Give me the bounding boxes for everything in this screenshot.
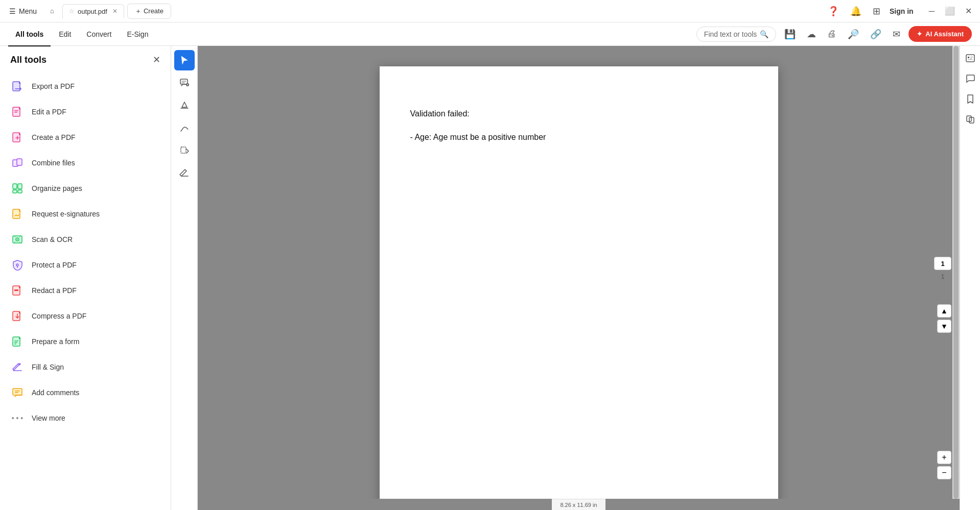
svg-rect-0: [13, 82, 20, 91]
svg-rect-19: [13, 337, 20, 346]
title-bar-left: ☰ Menu ⌂ ☆ output.pdf ✕ ＋ Create: [4, 4, 171, 19]
sidebar-item-compress[interactable]: Compress a PDF: [0, 303, 171, 329]
help-button[interactable]: ❓: [826, 4, 841, 19]
ai-assistant-button[interactable]: ✦ AI Assistant: [908, 26, 972, 42]
sidebar-item-viewmore[interactable]: • • • View more: [0, 405, 171, 431]
sidebar-item-organize[interactable]: Organize pages: [0, 176, 171, 201]
create-button[interactable]: ＋ Create: [127, 4, 171, 19]
minimize-button[interactable]: ─: [925, 4, 939, 18]
review-button[interactable]: 🔎: [845, 27, 862, 42]
search-placeholder: Find text or tools: [704, 30, 757, 38]
bookmarks-panel-button[interactable]: [962, 91, 978, 107]
comment-tool-button[interactable]: [174, 72, 195, 93]
svg-rect-29: [966, 55, 974, 62]
right-panel: [960, 46, 980, 510]
select-tool-button[interactable]: [174, 50, 195, 70]
sidebar-header: All tools ✕: [0, 54, 171, 74]
link-button[interactable]: 🔗: [867, 27, 884, 42]
current-page-box: 1: [934, 257, 951, 270]
svg-rect-9: [13, 190, 17, 193]
page-up-button[interactable]: ▲: [937, 304, 951, 318]
home-button[interactable]: ⌂: [45, 4, 59, 18]
nav-esign-label: E-Sign: [127, 30, 148, 38]
print-button[interactable]: 🖨: [824, 27, 839, 41]
svg-rect-30: [968, 57, 969, 58]
print-icon: 🖨: [827, 29, 836, 39]
scrollbar-track[interactable]: [952, 46, 960, 499]
nav-all-tools[interactable]: All tools: [8, 26, 51, 42]
svg-rect-31: [970, 57, 973, 58]
title-bar: ☰ Menu ⌂ ☆ output.pdf ✕ ＋ Create ❓ 🔔 ⊞: [0, 0, 980, 22]
notifications-button[interactable]: 🔔: [848, 4, 864, 19]
sidebar-item-comments[interactable]: Add comments: [0, 380, 171, 405]
save-icon: 💾: [784, 29, 796, 39]
protect-icon: [10, 258, 25, 272]
page-indicator-area: 1 1: [934, 257, 951, 280]
sidebar-item-protect[interactable]: Protect a PDF: [0, 252, 171, 278]
share-button[interactable]: ✉: [890, 27, 903, 42]
sign-in-button[interactable]: Sign in: [890, 7, 914, 15]
page-down-button[interactable]: ▼: [937, 320, 951, 333]
sidebar-item-redact[interactable]: Redact a PDF: [0, 278, 171, 303]
pages-panel-button[interactable]: [962, 111, 978, 128]
apps-button[interactable]: ⊞: [871, 4, 882, 19]
sidebar-item-export[interactable]: Export a PDF: [0, 74, 171, 99]
create-pdf-icon: [10, 130, 25, 144]
nav-convert[interactable]: Convert: [79, 26, 119, 42]
sidebar-item-create[interactable]: Create a PDF: [0, 125, 171, 150]
pdf-dimensions: 8.26 x 11.69 in: [560, 502, 597, 508]
sidebar-item-request[interactable]: Request e-signatures: [0, 201, 171, 227]
comments-panel-button[interactable]: [962, 70, 978, 87]
menu-button[interactable]: ☰ Menu: [4, 5, 42, 17]
ai-icon: ✦: [917, 30, 922, 38]
scan-label: Scan & OCR: [32, 235, 73, 244]
sidebar-item-edit[interactable]: Edit a PDF: [0, 99, 171, 125]
zoom-in-button[interactable]: +: [937, 451, 951, 464]
properties-panel-button[interactable]: [962, 50, 978, 66]
hamburger-icon: ☰: [9, 7, 16, 15]
tab-area: ☆ output.pdf ✕: [62, 4, 124, 18]
freehand-tool-button[interactable]: [174, 117, 195, 138]
tab-star-icon: ☆: [69, 8, 75, 15]
compress-icon: [10, 309, 25, 323]
sidebar-item-prepare[interactable]: Prepare a form: [0, 329, 171, 354]
create-label: Create: [144, 7, 164, 15]
save-button[interactable]: 💾: [781, 27, 799, 42]
svg-rect-28: [181, 147, 186, 153]
nav-edit[interactable]: Edit: [52, 26, 78, 42]
total-pages-label: 1: [941, 273, 945, 280]
combine-icon: [10, 156, 25, 170]
search-box[interactable]: Find text or tools 🔍: [696, 27, 777, 42]
sidebar-item-scan[interactable]: Scan & OCR: [0, 227, 171, 252]
redact-icon: [10, 283, 25, 298]
nav-esign[interactable]: E-Sign: [120, 26, 155, 42]
zoom-out-button[interactable]: −: [937, 466, 951, 479]
ai-assistant-label: AI Assistant: [925, 30, 964, 38]
svg-rect-25: [15, 392, 18, 393]
sidebar-item-fill[interactable]: Fill & Sign: [0, 354, 171, 380]
svg-rect-18: [13, 311, 20, 321]
svg-rect-11: [13, 209, 20, 218]
upload-button[interactable]: ☁: [804, 27, 819, 42]
eraser-tool-button[interactable]: [174, 162, 195, 183]
sidebar-item-combine[interactable]: Combine files: [0, 150, 171, 176]
pdf-line-2: - Age: Age must be a positive number: [410, 131, 748, 144]
zoom-controls: + −: [937, 451, 951, 479]
apps-icon: ⊞: [873, 6, 880, 16]
search-icon: 🔍: [760, 30, 768, 38]
svg-rect-4: [13, 133, 20, 142]
scrollbar-thumb[interactable]: [953, 46, 959, 499]
highlight-tool-button[interactable]: [174, 95, 195, 115]
svg-rect-8: [18, 184, 22, 189]
close-window-button[interactable]: ✕: [961, 4, 976, 18]
tab-close-icon[interactable]: ✕: [112, 8, 118, 15]
prepare-label: Prepare a form: [32, 337, 79, 346]
sidebar-close-button[interactable]: ✕: [153, 54, 160, 65]
bell-icon: 🔔: [850, 6, 861, 16]
select-text-tool-button[interactable]: [174, 140, 195, 160]
svg-rect-2: [14, 110, 18, 111]
maximize-button[interactable]: ⬜: [941, 4, 959, 18]
pdf-page-container[interactable]: Validation failed: - Age: Age must be a …: [198, 46, 960, 499]
pdf-tab[interactable]: ☆ output.pdf ✕: [62, 4, 124, 18]
fill-label: Fill & Sign: [32, 363, 64, 371]
